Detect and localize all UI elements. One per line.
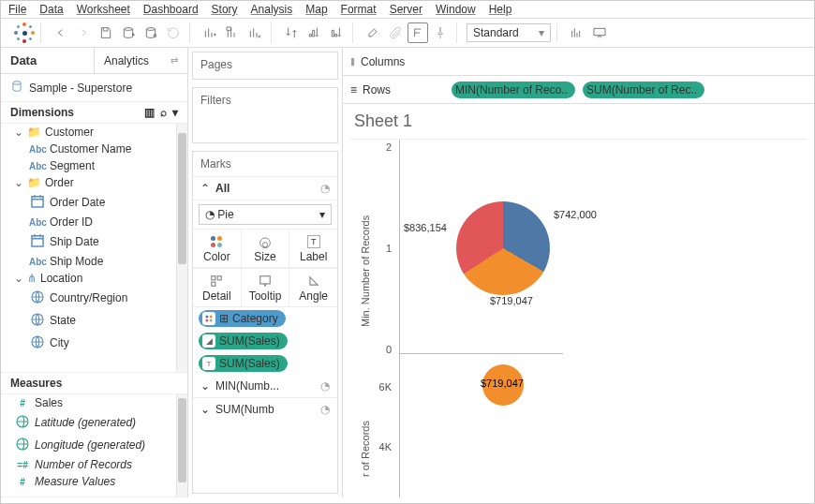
save-icon[interactable] — [96, 22, 116, 43]
globe-icon — [29, 334, 46, 352]
dimensions-scrollbar[interactable] — [176, 124, 187, 372]
field-city[interactable]: City — [1, 332, 176, 354]
redo-icon[interactable] — [73, 22, 94, 43]
clear-sheet-icon[interactable] — [244, 22, 265, 43]
marks-angle[interactable]: Angle — [289, 269, 337, 306]
menu-analysis[interactable]: Analysis — [251, 3, 293, 16]
field-latitude[interactable]: Latitude (generated) — [1, 411, 176, 434]
sheet-title[interactable]: Sheet 1 — [343, 104, 814, 139]
mark-type-select[interactable]: ◔ Pie▾ — [199, 204, 332, 225]
highlight-icon[interactable] — [363, 22, 383, 43]
undo-icon[interactable] — [51, 22, 71, 43]
menu-story[interactable]: Story — [212, 3, 238, 16]
show-me-icon[interactable] — [567, 22, 587, 43]
filters-shelf[interactable]: Filters — [193, 88, 337, 112]
field-ship-date[interactable]: Ship Date — [1, 230, 176, 253]
marks-menu-icon[interactable]: ◔ — [320, 182, 330, 195]
svg-point-9 — [262, 243, 267, 247]
duplicate-sheet-icon[interactable] — [222, 22, 243, 43]
folder-customer[interactable]: ⌄📁Customer — [1, 124, 176, 141]
data-pane: Data Analytics⇄ Sample - Superstore Dime… — [1, 48, 188, 497]
pie-label-furniture: $742,000 — [554, 209, 597, 220]
pill-sum-sales-angle[interactable]: ◢SUM(Sales) — [199, 333, 288, 349]
menu-map[interactable]: Map — [305, 3, 327, 16]
field-segment[interactable]: AbcSegment — [1, 157, 176, 174]
menu-dashboard[interactable]: Dashboard — [143, 3, 199, 16]
menu-server[interactable]: Server — [390, 3, 422, 16]
field-ship-mode[interactable]: AbcShip Mode — [1, 253, 176, 270]
view-list-icon[interactable]: ▥ — [144, 106, 155, 119]
cards-area: Pages Filters Marks ⌃All◔ ◔ Pie▾ Color S… — [188, 48, 343, 497]
menu-format[interactable]: Format — [341, 3, 377, 16]
measures-scrollbar[interactable] — [176, 394, 187, 497]
globe-icon — [29, 289, 46, 307]
svg-rect-12 — [212, 282, 215, 286]
field-country[interactable]: Country/Region — [1, 287, 176, 309]
field-order-id[interactable]: AbcOrder ID — [1, 214, 176, 230]
search-fields-icon[interactable]: ⌕ — [160, 106, 167, 119]
pause-updates-icon[interactable] — [141, 22, 161, 43]
sort-desc-icon[interactable] — [326, 22, 347, 43]
pin-icon[interactable] — [430, 22, 451, 43]
marks-min-shelf[interactable]: ⌄MIN(Numb...◔ — [193, 375, 337, 398]
marks-color[interactable]: Color — [193, 230, 242, 267]
field-sales[interactable]: #Sales — [1, 394, 176, 411]
field-order-date[interactable]: Order Date — [1, 191, 176, 214]
datasource[interactable]: Sample - Superstore — [1, 74, 187, 102]
tab-data[interactable]: Data — [1, 48, 94, 73]
svg-rect-11 — [217, 276, 221, 280]
swap-icon[interactable] — [281, 22, 302, 43]
folder-order[interactable]: ⌄📁Order — [1, 174, 176, 191]
field-longitude[interactable]: Longitude (generated) — [1, 434, 176, 456]
field-customer-name[interactable]: AbcCustomer Name — [1, 141, 176, 157]
columns-shelf[interactable]: ⦀Columns — [343, 48, 814, 76]
pie-chart[interactable] — [456, 201, 550, 295]
menu-worksheet[interactable]: Worksheet — [77, 3, 130, 16]
chart-canvas[interactable]: Min. Number of Records 2 1 0 6K 4K r of … — [350, 139, 807, 497]
pill-category[interactable]: ⊞Category — [199, 310, 286, 327]
attach-icon[interactable] — [385, 22, 406, 43]
new-worksheet-icon[interactable] — [200, 22, 220, 43]
field-measure-values[interactable]: #Measure Values — [1, 473, 176, 490]
pages-shelf[interactable]: Pages — [193, 52, 337, 77]
marks-size[interactable]: Size — [242, 230, 290, 267]
tableau-logo-icon[interactable] — [14, 22, 35, 43]
svg-rect-13 — [260, 276, 271, 284]
sort-asc-icon[interactable] — [304, 22, 324, 43]
label-icon[interactable] — [408, 22, 428, 43]
rows-shelf[interactable]: ≡Rows MIN(Number of Reco.. SUM(Number of… — [343, 76, 814, 104]
folder-location[interactable]: ⌄⋔Location — [1, 270, 176, 287]
y-axis-label-2: r of Records — [360, 421, 371, 477]
marks-sum-shelf[interactable]: ⌄SUM(Numb◔ — [193, 398, 337, 421]
globe-icon — [14, 436, 31, 454]
svg-point-0 — [13, 82, 21, 85]
marks-tooltip[interactable]: Tooltip — [242, 269, 290, 306]
marks-header: Marks — [193, 152, 337, 177]
y-tick: 4K — [379, 441, 392, 452]
new-datasource-icon[interactable] — [118, 22, 139, 43]
pill-sum-records[interactable]: SUM(Number of Rec.. — [583, 82, 704, 98]
menu-data[interactable]: Data — [39, 3, 63, 16]
folder-icon: 📁 — [27, 176, 41, 189]
svg-rect-2 — [32, 236, 43, 246]
refresh-icon[interactable] — [163, 22, 184, 43]
columns-icon: ⦀ — [350, 55, 355, 68]
pill-sum-sales-label[interactable]: TSUM(Sales) — [199, 355, 288, 372]
field-number-records[interactable]: =#Number of Records — [1, 456, 176, 473]
menu-help[interactable]: Help — [489, 3, 512, 16]
fit-select[interactable]: Standard▾ — [467, 23, 551, 42]
pill-min-records[interactable]: MIN(Number of Reco.. — [452, 82, 575, 98]
marks-label[interactable]: TLabel — [289, 230, 337, 267]
field-state[interactable]: State — [1, 309, 176, 332]
svg-rect-1 — [32, 197, 43, 207]
menu-file[interactable]: File — [8, 3, 26, 16]
datasource-icon — [10, 80, 23, 96]
tab-analytics[interactable]: Analytics⇄ — [94, 48, 187, 73]
presentation-icon[interactable] — [589, 22, 610, 43]
fields-menu-icon[interactable]: ▾ — [172, 106, 178, 119]
marks-detail[interactable]: Detail — [193, 269, 242, 306]
menu-window[interactable]: Window — [436, 3, 476, 16]
marks-all[interactable]: ⌃All◔ — [193, 177, 337, 200]
globe-icon — [29, 311, 46, 330]
date-icon — [29, 193, 46, 212]
